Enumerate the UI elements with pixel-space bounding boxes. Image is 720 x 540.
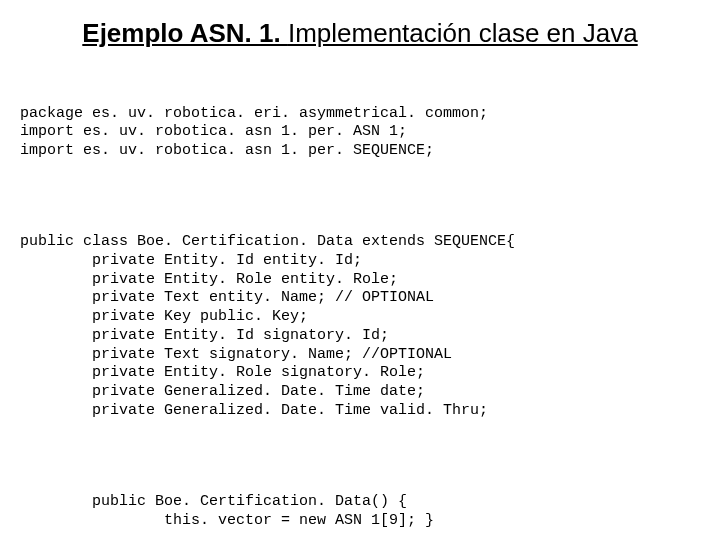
slide-title: Ejemplo ASN. 1. Implementación clase en … (80, 18, 640, 49)
package-line: package es. uv. robotica. eri. asymmetri… (20, 105, 700, 124)
import-line-2: import es. uv. robotica. asn 1. per. SEQ… (20, 142, 700, 161)
field-1: private Entity. Role entity. Role; (20, 271, 700, 290)
title-bold: Ejemplo ASN. 1. (82, 18, 288, 48)
field-8: private Generalized. Date. Time valid. T… (20, 402, 700, 421)
title-plain: Implementación clase en Java (288, 18, 638, 48)
field-4: private Entity. Id signatory. Id; (20, 327, 700, 346)
field-6: private Entity. Role signatory. Role; (20, 364, 700, 383)
field-7: private Generalized. Date. Time date; (20, 383, 700, 402)
class-decl: public class Boe. Certification. Data ex… (20, 233, 700, 421)
field-3: private Key public. Key; (20, 308, 700, 327)
ctor-line-1: public Boe. Certification. Data() { (20, 493, 700, 512)
package-imports: package es. uv. robotica. eri. asymmetri… (20, 105, 700, 161)
field-2: private Text entity. Name; // OPTIONAL (20, 289, 700, 308)
code-block: package es. uv. robotica. eri. asymmetri… (20, 67, 700, 540)
class-line: public class Boe. Certification. Data ex… (20, 233, 700, 252)
field-5: private Text signatory. Name; //OPTIONAL (20, 346, 700, 365)
ctor-line-2: this. vector = new ASN 1[9]; } (20, 512, 700, 531)
field-0: private Entity. Id entity. Id; (20, 252, 700, 271)
import-line-1: import es. uv. robotica. asn 1. per. ASN… (20, 123, 700, 142)
constructor: public Boe. Certification. Data() {this.… (20, 493, 700, 531)
